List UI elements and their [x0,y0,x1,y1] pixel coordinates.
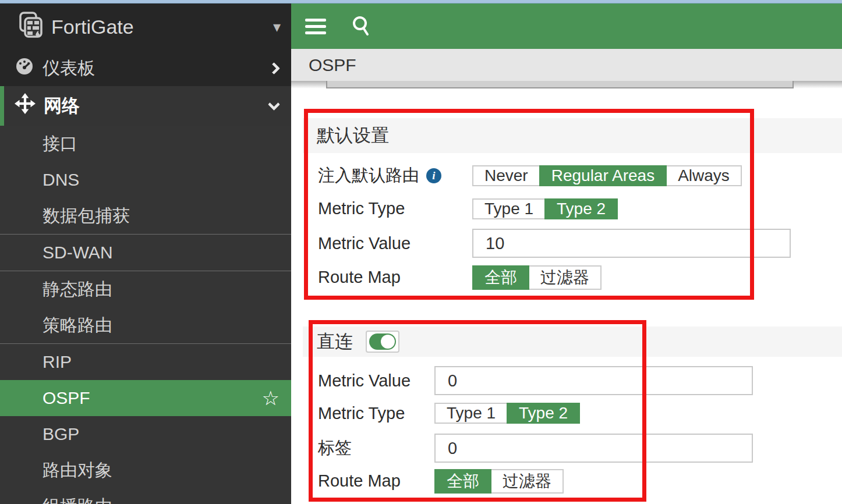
section-header-default-settings: 默认设置 [303,118,842,153]
form-row-metric-type: Metric Type Type 1 Type 2 [303,195,842,222]
metric-type-segmented: Type 1 Type 2 [472,198,618,219]
inject-always-button[interactable]: Always [666,165,742,186]
metric-type-segmented: Type 1 Type 2 [434,403,580,424]
brand-row[interactable]: FortiGate ▾ [0,3,291,50]
favorite-star-icon[interactable]: ☆ [262,380,280,416]
metric-value-input[interactable] [472,229,791,258]
sidebar-item-label: 网络 [44,94,270,118]
sidebar-item-label: 仪表板 [43,56,270,80]
metric-type-2-button[interactable]: Type 2 [544,198,618,219]
sidebar-item-interfaces[interactable]: 接口 [0,126,291,162]
route-map-segmented: 全部 过滤器 [434,469,564,494]
sidebar-item-packet-capture[interactable]: 数据包捕获 [0,198,291,234]
sidebar-item-rip[interactable]: RIP [0,344,291,380]
route-map-all-button[interactable]: 全部 [472,265,529,290]
menu-hamburger-icon[interactable] [305,15,326,38]
form-row-route-map: Route Map 全部 过滤器 [303,264,842,291]
gauge-icon [15,56,34,80]
inject-default-route-label: 注入默认路由 [318,164,419,187]
route-map-filter-button[interactable]: 过滤器 [490,469,564,494]
sidebar-item-static-routes[interactable]: 静态路由 [0,271,291,307]
chevron-right-icon [268,62,280,74]
scrolled-out-element [326,81,794,88]
form-row-inject-default-route: 注入默认路由 i Never Regular Areas Always [303,162,842,189]
route-map-filter-button[interactable]: 过滤器 [528,265,602,290]
metric-type-2-button[interactable]: Type 2 [507,403,580,424]
metric-type-1-button[interactable]: Type 1 [434,403,508,424]
topbar [291,3,842,49]
tag-label: 标签 [303,436,434,460]
move-arrows-icon [15,93,36,119]
connected-toggle[interactable] [366,331,399,353]
sidebar-item-network[interactable]: 网络 [0,86,291,126]
metric-value-input[interactable] [434,366,753,395]
brand-name: FortiGate [51,16,273,38]
form-row-metric-type: Metric Type Type 1 Type 2 [303,400,842,427]
sidebar-item-dashboard[interactable]: 仪表板 [0,50,291,86]
tag-input[interactable] [434,434,753,463]
form-row-metric-value: Metric Value [303,229,842,258]
form-row-tag: 标签 [303,434,842,463]
sidebar: FortiGate ▾ 仪表板 [0,3,291,504]
active-menu-indicator [0,86,4,126]
route-map-segmented: 全部 过滤器 [472,265,602,290]
breadcrumb: OSPF [291,49,842,81]
window-top-edge [0,0,842,3]
metric-type-1-button[interactable]: Type 1 [472,198,546,219]
main-content: 默认设置 注入默认路由 i Never Regular Areas Always… [291,81,842,504]
sidebar-item-ospf[interactable]: OSPF ☆ [0,380,291,416]
sidebar-item-policy-routes[interactable]: 策略路由 [0,307,291,343]
sidebar-item-multicast-routing[interactable]: 组播路由 [0,488,291,504]
search-icon[interactable] [351,15,373,38]
metric-type-label: Metric Type [303,199,472,218]
metric-value-label: Metric Value [303,371,434,391]
fortigate-logo-icon [17,11,45,42]
form-row-route-map: Route Map 全部 过滤器 [303,467,842,495]
sidebar-item-sdwan[interactable]: SD-WAN [0,235,291,271]
metric-value-label: Metric Value [303,234,472,253]
section-header-connected: 直连 [303,326,842,357]
route-map-label: Route Map [303,268,472,287]
sidebar-item-bgp[interactable]: BGP [0,416,291,452]
chevron-down-icon [268,98,280,110]
page-title: OSPF [309,55,356,74]
metric-type-label: Metric Type [303,404,434,423]
inject-never-button[interactable]: Never [472,165,540,186]
sidebar-item-dns[interactable]: DNS [0,162,291,198]
inject-regular-areas-button[interactable]: Regular Areas [539,165,667,186]
inject-default-route-segmented: Never Regular Areas Always [472,165,742,186]
info-icon[interactable]: i [426,168,441,183]
route-map-label: Route Map [303,471,434,491]
sidebar-item-routing-objects[interactable]: 路由对象 [0,452,291,488]
form-row-metric-value: Metric Value [303,366,842,395]
brand-caret-icon[interactable]: ▾ [273,18,281,36]
route-map-all-button[interactable]: 全部 [434,469,491,494]
